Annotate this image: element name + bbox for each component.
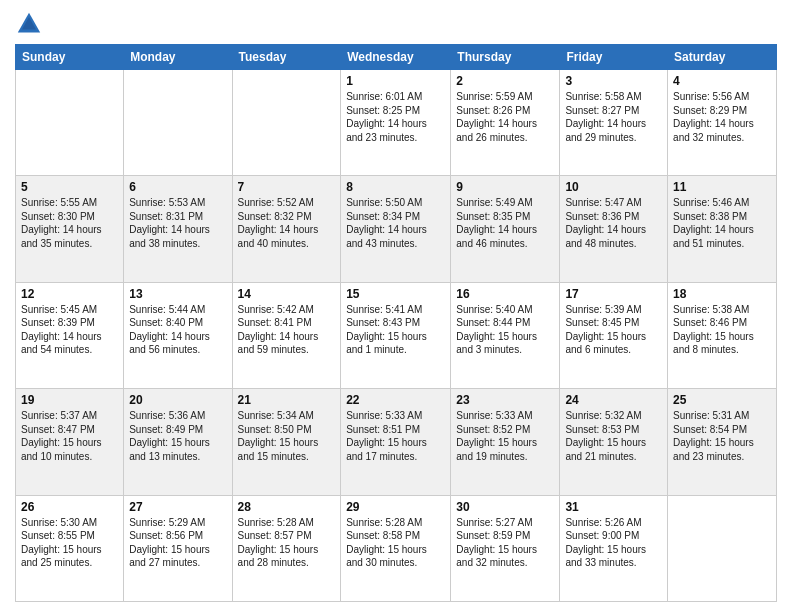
day-number: 10 xyxy=(565,180,662,194)
weekday-header: Sunday xyxy=(16,45,124,70)
calendar-cell xyxy=(232,70,341,176)
day-info: Sunrise: 5:52 AMSunset: 8:32 PMDaylight:… xyxy=(238,196,336,250)
day-number: 11 xyxy=(673,180,771,194)
day-number: 15 xyxy=(346,287,445,301)
day-number: 3 xyxy=(565,74,662,88)
day-info: Sunrise: 5:58 AMSunset: 8:27 PMDaylight:… xyxy=(565,90,662,144)
header xyxy=(15,10,777,38)
weekday-header: Monday xyxy=(124,45,232,70)
day-info: Sunrise: 5:59 AMSunset: 8:26 PMDaylight:… xyxy=(456,90,554,144)
day-info: Sunrise: 5:42 AMSunset: 8:41 PMDaylight:… xyxy=(238,303,336,357)
calendar-cell: 24Sunrise: 5:32 AMSunset: 8:53 PMDayligh… xyxy=(560,389,668,495)
calendar-cell: 29Sunrise: 5:28 AMSunset: 8:58 PMDayligh… xyxy=(341,495,451,601)
day-info: Sunrise: 5:38 AMSunset: 8:46 PMDaylight:… xyxy=(673,303,771,357)
weekday-header: Wednesday xyxy=(341,45,451,70)
day-info: Sunrise: 5:36 AMSunset: 8:49 PMDaylight:… xyxy=(129,409,226,463)
calendar-cell: 10Sunrise: 5:47 AMSunset: 8:36 PMDayligh… xyxy=(560,176,668,282)
day-info: Sunrise: 5:26 AMSunset: 9:00 PMDaylight:… xyxy=(565,516,662,570)
day-number: 18 xyxy=(673,287,771,301)
day-number: 25 xyxy=(673,393,771,407)
day-info: Sunrise: 5:40 AMSunset: 8:44 PMDaylight:… xyxy=(456,303,554,357)
calendar-header-row: SundayMondayTuesdayWednesdayThursdayFrid… xyxy=(16,45,777,70)
day-number: 16 xyxy=(456,287,554,301)
day-info: Sunrise: 5:34 AMSunset: 8:50 PMDaylight:… xyxy=(238,409,336,463)
day-info: Sunrise: 5:33 AMSunset: 8:52 PMDaylight:… xyxy=(456,409,554,463)
day-info: Sunrise: 5:55 AMSunset: 8:30 PMDaylight:… xyxy=(21,196,118,250)
day-info: Sunrise: 5:29 AMSunset: 8:56 PMDaylight:… xyxy=(129,516,226,570)
day-info: Sunrise: 5:32 AMSunset: 8:53 PMDaylight:… xyxy=(565,409,662,463)
day-info: Sunrise: 5:39 AMSunset: 8:45 PMDaylight:… xyxy=(565,303,662,357)
day-number: 19 xyxy=(21,393,118,407)
day-number: 5 xyxy=(21,180,118,194)
day-info: Sunrise: 5:45 AMSunset: 8:39 PMDaylight:… xyxy=(21,303,118,357)
day-info: Sunrise: 5:37 AMSunset: 8:47 PMDaylight:… xyxy=(21,409,118,463)
calendar-cell: 9Sunrise: 5:49 AMSunset: 8:35 PMDaylight… xyxy=(451,176,560,282)
day-number: 6 xyxy=(129,180,226,194)
calendar-week-row: 5Sunrise: 5:55 AMSunset: 8:30 PMDaylight… xyxy=(16,176,777,282)
calendar-cell: 25Sunrise: 5:31 AMSunset: 8:54 PMDayligh… xyxy=(668,389,777,495)
calendar-cell: 26Sunrise: 5:30 AMSunset: 8:55 PMDayligh… xyxy=(16,495,124,601)
calendar-cell: 30Sunrise: 5:27 AMSunset: 8:59 PMDayligh… xyxy=(451,495,560,601)
logo-icon xyxy=(15,10,43,38)
calendar-cell: 23Sunrise: 5:33 AMSunset: 8:52 PMDayligh… xyxy=(451,389,560,495)
day-number: 8 xyxy=(346,180,445,194)
day-number: 26 xyxy=(21,500,118,514)
calendar-cell: 2Sunrise: 5:59 AMSunset: 8:26 PMDaylight… xyxy=(451,70,560,176)
calendar-cell: 8Sunrise: 5:50 AMSunset: 8:34 PMDaylight… xyxy=(341,176,451,282)
day-number: 23 xyxy=(456,393,554,407)
calendar-week-row: 1Sunrise: 6:01 AMSunset: 8:25 PMDaylight… xyxy=(16,70,777,176)
calendar-cell xyxy=(668,495,777,601)
calendar-cell: 28Sunrise: 5:28 AMSunset: 8:57 PMDayligh… xyxy=(232,495,341,601)
calendar-cell: 31Sunrise: 5:26 AMSunset: 9:00 PMDayligh… xyxy=(560,495,668,601)
day-number: 28 xyxy=(238,500,336,514)
calendar-cell: 21Sunrise: 5:34 AMSunset: 8:50 PMDayligh… xyxy=(232,389,341,495)
calendar-cell: 13Sunrise: 5:44 AMSunset: 8:40 PMDayligh… xyxy=(124,282,232,388)
day-info: Sunrise: 5:31 AMSunset: 8:54 PMDaylight:… xyxy=(673,409,771,463)
logo xyxy=(15,10,47,38)
weekday-header: Thursday xyxy=(451,45,560,70)
weekday-header: Friday xyxy=(560,45,668,70)
day-number: 22 xyxy=(346,393,445,407)
day-number: 13 xyxy=(129,287,226,301)
calendar-cell: 12Sunrise: 5:45 AMSunset: 8:39 PMDayligh… xyxy=(16,282,124,388)
day-info: Sunrise: 5:56 AMSunset: 8:29 PMDaylight:… xyxy=(673,90,771,144)
weekday-header: Tuesday xyxy=(232,45,341,70)
day-number: 24 xyxy=(565,393,662,407)
calendar-cell: 16Sunrise: 5:40 AMSunset: 8:44 PMDayligh… xyxy=(451,282,560,388)
day-number: 9 xyxy=(456,180,554,194)
day-number: 2 xyxy=(456,74,554,88)
day-number: 20 xyxy=(129,393,226,407)
day-info: Sunrise: 5:49 AMSunset: 8:35 PMDaylight:… xyxy=(456,196,554,250)
calendar-cell: 17Sunrise: 5:39 AMSunset: 8:45 PMDayligh… xyxy=(560,282,668,388)
day-info: Sunrise: 5:41 AMSunset: 8:43 PMDaylight:… xyxy=(346,303,445,357)
day-info: Sunrise: 5:44 AMSunset: 8:40 PMDaylight:… xyxy=(129,303,226,357)
calendar-cell: 22Sunrise: 5:33 AMSunset: 8:51 PMDayligh… xyxy=(341,389,451,495)
calendar-cell: 6Sunrise: 5:53 AMSunset: 8:31 PMDaylight… xyxy=(124,176,232,282)
day-info: Sunrise: 5:27 AMSunset: 8:59 PMDaylight:… xyxy=(456,516,554,570)
calendar-cell: 1Sunrise: 6:01 AMSunset: 8:25 PMDaylight… xyxy=(341,70,451,176)
calendar-cell: 4Sunrise: 5:56 AMSunset: 8:29 PMDaylight… xyxy=(668,70,777,176)
day-number: 4 xyxy=(673,74,771,88)
page: SundayMondayTuesdayWednesdayThursdayFrid… xyxy=(0,0,792,612)
calendar-cell: 27Sunrise: 5:29 AMSunset: 8:56 PMDayligh… xyxy=(124,495,232,601)
day-info: Sunrise: 5:28 AMSunset: 8:58 PMDaylight:… xyxy=(346,516,445,570)
day-info: Sunrise: 5:50 AMSunset: 8:34 PMDaylight:… xyxy=(346,196,445,250)
calendar-cell xyxy=(16,70,124,176)
calendar-cell: 20Sunrise: 5:36 AMSunset: 8:49 PMDayligh… xyxy=(124,389,232,495)
day-number: 27 xyxy=(129,500,226,514)
calendar-cell: 5Sunrise: 5:55 AMSunset: 8:30 PMDaylight… xyxy=(16,176,124,282)
day-number: 29 xyxy=(346,500,445,514)
day-info: Sunrise: 6:01 AMSunset: 8:25 PMDaylight:… xyxy=(346,90,445,144)
day-info: Sunrise: 5:33 AMSunset: 8:51 PMDaylight:… xyxy=(346,409,445,463)
calendar-cell: 19Sunrise: 5:37 AMSunset: 8:47 PMDayligh… xyxy=(16,389,124,495)
calendar-week-row: 12Sunrise: 5:45 AMSunset: 8:39 PMDayligh… xyxy=(16,282,777,388)
day-number: 21 xyxy=(238,393,336,407)
day-number: 17 xyxy=(565,287,662,301)
calendar-cell: 7Sunrise: 5:52 AMSunset: 8:32 PMDaylight… xyxy=(232,176,341,282)
calendar-cell: 14Sunrise: 5:42 AMSunset: 8:41 PMDayligh… xyxy=(232,282,341,388)
day-number: 31 xyxy=(565,500,662,514)
calendar-cell xyxy=(124,70,232,176)
day-number: 12 xyxy=(21,287,118,301)
day-info: Sunrise: 5:53 AMSunset: 8:31 PMDaylight:… xyxy=(129,196,226,250)
day-number: 7 xyxy=(238,180,336,194)
